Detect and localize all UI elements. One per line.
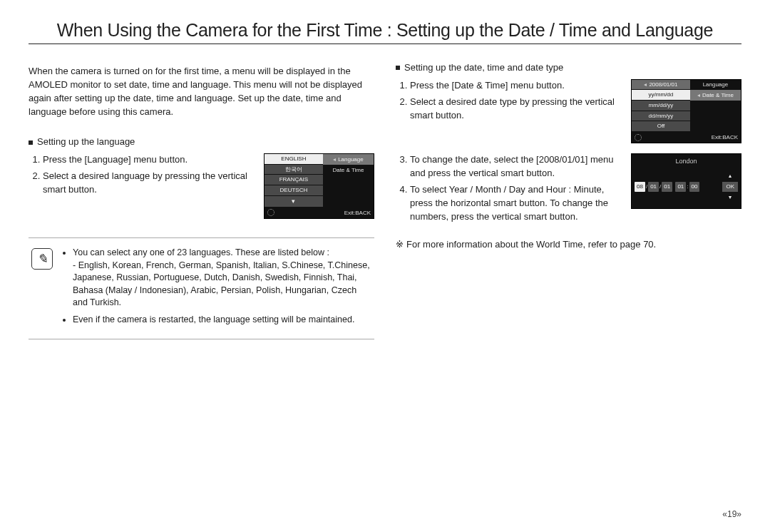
lang-scroll-down-icon: ▾ bbox=[265, 196, 323, 208]
right-step-4: To select Year / Month / Day and Hour : … bbox=[410, 183, 621, 224]
left-subheading: Setting up the language bbox=[29, 135, 374, 149]
lang-option-english: ENGLISH bbox=[265, 154, 323, 165]
side-empty-r3 bbox=[690, 121, 741, 132]
side-empty-2 bbox=[323, 186, 374, 197]
note-1-intro: You can select any one of 23 languages. … bbox=[73, 247, 329, 257]
gear-icon bbox=[267, 209, 274, 216]
side-date-time-2: Date & Time bbox=[690, 90, 741, 101]
sep-slash-1: / bbox=[646, 183, 647, 191]
left-column: When the camera is turned on for the fir… bbox=[29, 56, 374, 339]
type-option-mmddyy: mm/dd/yy bbox=[632, 101, 690, 111]
right-step-2: Select a desired date type by pressing t… bbox=[410, 96, 621, 123]
note-box: ✎ You can select any one of 23 languages… bbox=[29, 237, 374, 339]
sep-colon: : bbox=[687, 183, 688, 191]
note-icon: ✎ bbox=[31, 248, 53, 270]
seg-month: 01 bbox=[648, 182, 659, 192]
ok-button-label: OK bbox=[722, 182, 738, 192]
reference-mark-icon: ※ bbox=[396, 239, 404, 250]
side-empty-1 bbox=[323, 175, 374, 186]
exit-back-label-2: Exit:BACK bbox=[712, 133, 738, 142]
page-number: «19» bbox=[722, 509, 741, 519]
city-label: London bbox=[632, 154, 741, 170]
exit-back-label: Exit:BACK bbox=[344, 209, 371, 218]
seg-day: 01 bbox=[662, 182, 672, 192]
left-step-1: Press the [Language] menu button. bbox=[43, 153, 254, 167]
right-steps-34: To change the date, select the [2008/01/… bbox=[396, 153, 621, 230]
right-steps12-and-figure: Press the [Date & Time] menu button. Sel… bbox=[396, 79, 741, 144]
type-option-ddmmyy: dd/mm/yy bbox=[632, 111, 690, 122]
left-steps: Press the [Language] menu button. Select… bbox=[29, 153, 254, 204]
manual-page: When Using the Camera for the First Time… bbox=[0, 0, 770, 532]
lang-option-francais: FRANÇAIS bbox=[265, 175, 323, 185]
date-segments: 08 / 01 / 01 01 : 00 bbox=[635, 182, 699, 192]
world-time-footnote: ※For more information about the World Ti… bbox=[396, 238, 741, 252]
vertical-control: ▴ OK ▾ bbox=[722, 172, 738, 201]
side-language: Language bbox=[323, 154, 374, 165]
left-heading-text: Setting up the language bbox=[37, 135, 135, 149]
page-title: When Using the Camera for the First Time… bbox=[29, 20, 741, 44]
gear-icon bbox=[635, 134, 642, 141]
lcd-datetype-figure: 2008/01/01 yy/mm/dd mm/dd/yy dd/mm/yy Of… bbox=[631, 79, 741, 144]
type-option-off: Off bbox=[632, 121, 690, 132]
right-step-1: Press the [Date & Time] menu button. bbox=[410, 79, 621, 93]
square-bullet-icon bbox=[29, 140, 33, 145]
right-heading-text: Setting up the date, time and date type bbox=[404, 61, 563, 75]
note-item-2: Even if the camera is restarted, the lan… bbox=[73, 314, 371, 327]
side-empty-r1 bbox=[690, 101, 741, 111]
square-bullet-icon bbox=[396, 66, 400, 70]
intro-paragraph: When the camera is turned on for the fir… bbox=[29, 65, 374, 118]
right-steps34-and-figure: To change the date, select the [2008/01/… bbox=[396, 153, 741, 230]
type-option-date: 2008/01/01 bbox=[632, 80, 690, 91]
side-empty-r2 bbox=[690, 111, 741, 122]
note-1-langs: - English, Korean, French, German, Spani… bbox=[73, 260, 370, 308]
lcd-date-editor-figure: London 08 / 01 / 01 01 : 00 bbox=[631, 153, 741, 209]
seg-hour: 01 bbox=[675, 182, 686, 192]
footnote-text: For more information about the World Tim… bbox=[406, 239, 656, 250]
arrow-down-icon: ▾ bbox=[729, 193, 732, 202]
note-item-1: You can select any one of 23 languages. … bbox=[73, 247, 371, 310]
sep-slash-2: / bbox=[659, 183, 661, 191]
lang-option-korean: 한국어 bbox=[265, 165, 323, 175]
lcd-language-figure: ENGLISH 한국어 FRANÇAIS DEUTSCH ▾ Language … bbox=[264, 153, 374, 219]
side-date-time: Date & Time bbox=[323, 165, 374, 175]
side-empty-3 bbox=[323, 197, 374, 208]
right-steps-12: Press the [Date & Time] menu button. Sel… bbox=[396, 79, 621, 130]
sep-space bbox=[673, 183, 674, 191]
type-option-yymmdd: yy/mm/dd bbox=[632, 90, 690, 101]
two-columns: When the camera is turned on for the fir… bbox=[29, 56, 741, 339]
left-steps-and-figure: Press the [Language] menu button. Select… bbox=[29, 153, 374, 219]
side-language-2: Language bbox=[690, 80, 741, 91]
lang-option-deutsch: DEUTSCH bbox=[265, 185, 323, 196]
seg-year: 08 bbox=[635, 182, 645, 192]
arrow-up-icon: ▴ bbox=[729, 172, 732, 180]
note-list: You can select any one of 23 languages. … bbox=[63, 247, 371, 330]
seg-min: 00 bbox=[689, 182, 700, 192]
right-column: Setting up the date, time and date type … bbox=[396, 56, 741, 339]
right-subheading: Setting up the date, time and date type bbox=[396, 61, 741, 75]
left-step-2: Select a desired language by pressing th… bbox=[43, 170, 254, 197]
right-step-3: To change the date, select the [2008/01/… bbox=[410, 153, 621, 180]
